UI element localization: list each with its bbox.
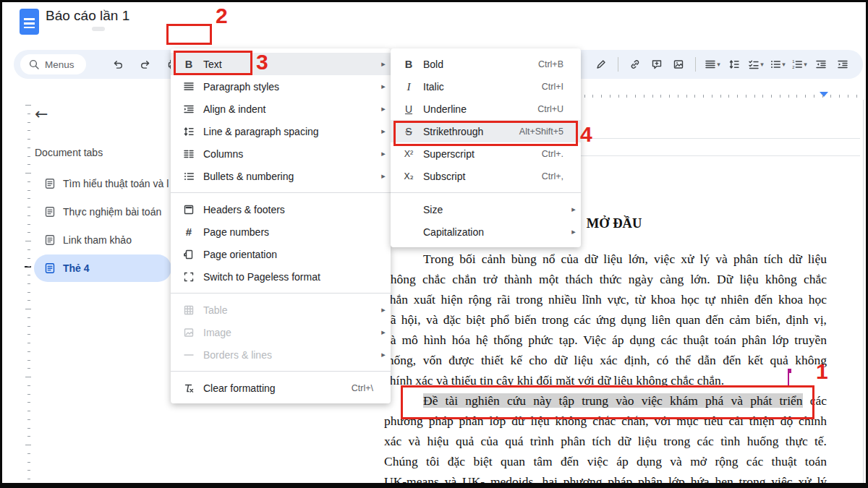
google-docs-icon[interactable] (20, 9, 39, 35)
annotation-label-3: 3 (256, 50, 268, 74)
submenu-arrow-icon: ▸ (376, 59, 391, 69)
toolbar-button[interactable] (137, 55, 154, 74)
menu-item[interactable]: Size ▸ (391, 198, 581, 221)
menubar-item[interactable] (40, 27, 53, 31)
menubar-item[interactable] (105, 27, 118, 31)
menu-item[interactable]: Borders & lines ▸ (171, 343, 391, 366)
menubar-item[interactable] (53, 27, 66, 31)
toolbar-button[interactable]: 12▾ (791, 55, 808, 74)
menu-item[interactable]: Bullets & numbering ▸ (171, 165, 391, 187)
divider (391, 192, 581, 193)
headers-footers-icon (179, 204, 198, 215)
toolbar-button[interactable] (812, 55, 830, 74)
menu-item[interactable]: Paragraph styles ▸ (171, 75, 391, 98)
toolbar-button[interactable] (648, 55, 665, 74)
chevron-down-icon[interactable]: ▾ (782, 61, 786, 68)
back-arrow-icon[interactable]: ← (35, 105, 48, 123)
menu-item-label: Superscript (423, 148, 542, 160)
menu-item[interactable]: Line & paragraph spacing ▸ (171, 120, 391, 142)
menu-item[interactable]: Page orientation (171, 243, 391, 265)
page-orientation-icon (179, 249, 198, 260)
menu-item[interactable]: Image ▸ (171, 321, 391, 343)
toolbar-right-icons: ▾▾▾12▾ (592, 54, 863, 74)
toolbar-button[interactable]: ▾ (747, 55, 765, 74)
menubar-item[interactable] (92, 27, 105, 31)
menu-item-shortcut: Ctrl+, (542, 171, 563, 181)
toolbar-button[interactable] (834, 55, 851, 74)
toolbar-button[interactable] (592, 55, 610, 74)
menu-item[interactable]: Table ▸ (171, 299, 391, 321)
toolbar-button[interactable] (626, 55, 644, 74)
menu-item-label: Image (203, 327, 373, 338)
menu-item[interactable]: I Italic Ctrl+I (391, 75, 581, 98)
menu-item[interactable]: Columns ▸ (171, 142, 391, 165)
menu-item-label: Subscript (423, 171, 542, 182)
menu-item[interactable]: B Bold Ctrl+B (391, 53, 581, 75)
document-text-line: xác và hiệu quả của quá trình phân tích … (384, 431, 827, 451)
underline-letter-icon: U (399, 103, 418, 115)
format-menu: B Text ▸ Paragraph styles ▸ Align & inde… (171, 48, 391, 403)
document-text-line: Trong bối cảnh bùng nổ của dữ liệu lớn, … (384, 249, 827, 269)
menubar-item[interactable] (79, 27, 92, 31)
menu-item[interactable]: Headers & footers (171, 198, 391, 221)
menu-item[interactable]: U Underline Ctrl+U (391, 98, 581, 120)
spellcheck-text: medoids, (485, 474, 537, 488)
svg-text:2: 2 (793, 65, 795, 69)
menu-item[interactable]: Capitalization ▸ (391, 221, 581, 243)
submenu-arrow-icon: ▸ (376, 127, 391, 136)
menu-item[interactable]: X₂ Subscript Ctrl+, (391, 165, 581, 187)
menu-item[interactable]: # Page numbers (171, 221, 391, 243)
menu-item-label: Capitalization (423, 226, 563, 238)
document-text-line: Chúng tôi đặc biệt quan tâm đến việc áp … (384, 451, 827, 471)
divider (171, 192, 391, 193)
svg-text:1: 1 (793, 59, 795, 64)
indent-increase-icon (837, 59, 848, 70)
menu-item-label: Borders & lines (203, 349, 373, 361)
screenshot-frame: Báo cáo lần 1 Menus ▾▾▾12▾ MỞ ĐẦU (0, 0, 868, 488)
chevron-down-icon[interactable]: ▾ (760, 61, 764, 68)
submenu-arrow-icon: ▸ (376, 171, 391, 181)
chevron-down-icon[interactable]: ▾ (717, 61, 720, 68)
annotation-box-format (166, 24, 212, 45)
app-header: Báo cáo lần 1 (2, 2, 866, 48)
doc-tab-icon (44, 262, 56, 274)
toolbar-button[interactable]: ▾ (769, 55, 786, 74)
image-menu-icon (179, 327, 198, 338)
submenu-arrow-icon: ▸ (566, 205, 581, 214)
undo-icon (112, 59, 124, 70)
menu-item[interactable]: Clear formatting Ctrl+\ (171, 377, 391, 399)
align-indent-icon (179, 103, 198, 115)
document-tab-item[interactable]: Tìm hiểu thuật toán và l (34, 170, 171, 197)
numbered-list-icon: 12 (791, 59, 803, 70)
menubar-item[interactable] (118, 27, 131, 31)
menu-item-label: Underline (423, 103, 537, 115)
align-justify-icon (705, 59, 716, 70)
sidebar-items: Tìm hiểu thuật toán và l Thực nghiệm bài… (34, 170, 171, 283)
document-text-line: chắn xuất hiện rộng rãi trong nhiều lĩnh… (384, 289, 827, 309)
toolbar-button[interactable]: ▾ (704, 55, 721, 74)
menu-item-shortcut: Ctrl+. (542, 149, 563, 159)
ruler-indent-marker[interactable] (820, 92, 828, 97)
submenu-arrow-icon: ▸ (376, 305, 391, 314)
vertical-ruler[interactable] (22, 102, 34, 484)
borders-lines-icon (179, 349, 198, 361)
comment-add-icon (651, 59, 663, 70)
menu-item-label: Italic (423, 81, 542, 93)
document-tab-item[interactable]: Thực nghiệm bài toán (34, 198, 171, 226)
menubar-item[interactable] (66, 27, 79, 31)
annotation-label-2: 2 (216, 4, 228, 28)
toolbar-button[interactable] (670, 55, 687, 74)
menubar-item[interactable] (131, 27, 144, 31)
toolbar-button[interactable] (109, 55, 127, 74)
document-tab-item[interactable]: Thẻ 4 (34, 254, 171, 282)
menu-item[interactable]: Switch to Pageless format (171, 265, 391, 288)
menubar (40, 27, 144, 31)
menu-item[interactable]: Align & indent ▸ (171, 98, 391, 120)
paint-pen-icon (595, 59, 607, 70)
document-tab-item[interactable]: Link tham khảo (34, 226, 171, 254)
menus-search-pill[interactable]: Menus (20, 54, 86, 74)
doc-tab-icon (44, 234, 56, 246)
toolbar-button[interactable] (726, 55, 743, 74)
chevron-down-icon[interactable]: ▾ (804, 61, 807, 68)
menu-item-label: Table (203, 304, 373, 316)
